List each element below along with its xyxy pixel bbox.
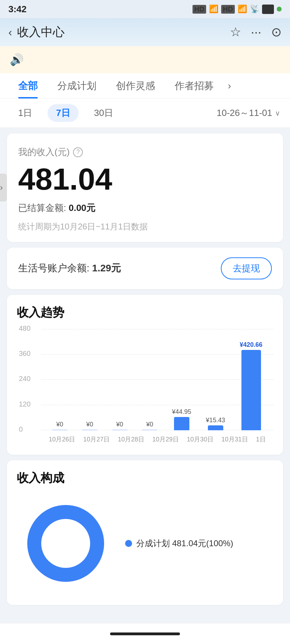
trend-title: 收入趋势 — [17, 305, 273, 321]
help-icon[interactable]: ? — [73, 147, 83, 157]
legend-dot-blue — [125, 540, 132, 547]
status-bar: 3:42 HD 📶 HD 📶 📡 37 — [0, 0, 290, 18]
tab-author[interactable]: 作者招募 — [165, 73, 224, 98]
green-dot — [277, 7, 282, 12]
date-range-picker[interactable]: 10-26～11-01 ∨ — [217, 107, 280, 119]
date-filter: 1日 7日 30日 10-26～11-01 ∨ — [0, 98, 290, 128]
income-label: 我的收入(元) ? — [18, 146, 272, 158]
composition-section: 收入构成 分成计划 481.04元(100%) — [7, 460, 283, 605]
signal-icon: 📶 — [209, 5, 218, 14]
bar-nov1: ¥420.66 — [240, 341, 262, 430]
star-icon[interactable]: ☆ — [230, 25, 241, 39]
trend-section: 收入趋势 480 360 240 120 0 ¥0 ¥0 ¥0 ¥0 — [7, 295, 283, 455]
header-actions: ☆ ··· ⊙ — [230, 25, 282, 39]
side-pull-tab[interactable]: › — [0, 174, 7, 202]
camera-icon[interactable]: ⊙ — [271, 25, 282, 39]
signal-icon2: 📶 — [238, 5, 247, 14]
composition-title: 收入构成 — [17, 470, 273, 486]
income-card: › 我的收入(元) ? 481.04 已结算金额: 0.00元 统计周期为10月… — [7, 133, 283, 242]
settled-amount: 已结算金额: 0.00元 — [18, 202, 272, 214]
balance-text: 生活号账户余额: 1.29元 — [18, 262, 121, 275]
chart-bars: ¥0 ¥0 ¥0 ¥0 ¥44.95 ¥15.43 — [41, 329, 273, 430]
bar-oct28: ¥0 — [112, 421, 128, 430]
chevron-down-icon: ∨ — [275, 109, 280, 117]
wifi-icon: 📡 — [250, 5, 259, 14]
legend-item-share: 分成计划 481.04元(100%) — [125, 538, 233, 549]
side-pull-arrow-icon: › — [0, 183, 3, 192]
day-1-button[interactable]: 1日 — [10, 104, 41, 122]
chart-x-labels: 10月26日 10月27日 10月28日 10月29日 10月30日 10月31… — [41, 431, 273, 448]
legend-wrap: 分成计划 481.04元(100%) — [125, 538, 233, 549]
tabs-container: 全部 分成计划 创作灵感 作者招募 › — [0, 73, 290, 98]
donut-chart — [17, 495, 115, 592]
trend-chart: 480 360 240 120 0 ¥0 ¥0 ¥0 ¥0 — [17, 329, 273, 448]
bar-oct31: ¥15.43 — [206, 417, 225, 430]
back-arrow-icon: ‹ — [8, 26, 12, 39]
hd-badge2: HD — [221, 5, 235, 14]
stats-period: 统计周期为10月26日~11月1日数据 — [18, 221, 272, 232]
tab-share-plan[interactable]: 分成计划 — [48, 73, 106, 98]
bar-oct30: ¥44.95 — [172, 408, 191, 430]
day-7-button[interactable]: 7日 — [48, 104, 78, 122]
status-time: 3:42 — [8, 4, 27, 15]
legend-label-share: 分成计划 481.04元(100%) — [136, 538, 233, 549]
account-balance: 生活号账户余额: 1.29元 去提现 — [7, 248, 283, 289]
bar-oct29: ¥0 — [142, 421, 157, 430]
hd-badge: HD — [193, 5, 206, 14]
svg-point-1 — [41, 519, 90, 568]
composition-body: 分成计划 481.04元(100%) — [17, 495, 273, 592]
status-icons: HD 📶 HD 📶 📡 37 — [193, 5, 282, 14]
battery-badge: 37 — [262, 5, 274, 14]
bar-oct27: ¥0 — [82, 421, 97, 430]
date-range-text: 10-26～11-01 — [217, 107, 272, 119]
more-icon[interactable]: ··· — [251, 25, 261, 39]
back-button[interactable]: ‹ 收入中心 — [8, 24, 65, 40]
tab-more-icon[interactable]: › — [224, 80, 235, 92]
home-indicator — [110, 632, 180, 635]
bottom-bar — [0, 623, 290, 644]
withdraw-button[interactable]: 去提现 — [221, 257, 272, 279]
tab-creative[interactable]: 创作灵感 — [106, 73, 165, 98]
notice-bar: 🔊 — [0, 46, 290, 73]
speaker-icon: 🔊 — [10, 53, 24, 66]
tab-all[interactable]: 全部 — [8, 73, 48, 98]
day-30-button[interactable]: 30日 — [86, 104, 122, 122]
bar-oct26: ¥0 — [52, 421, 67, 430]
header-nav: ‹ 收入中心 ☆ ··· ⊙ — [0, 18, 290, 46]
page-title: 收入中心 — [17, 24, 65, 40]
income-amount: 481.04 — [18, 162, 272, 196]
